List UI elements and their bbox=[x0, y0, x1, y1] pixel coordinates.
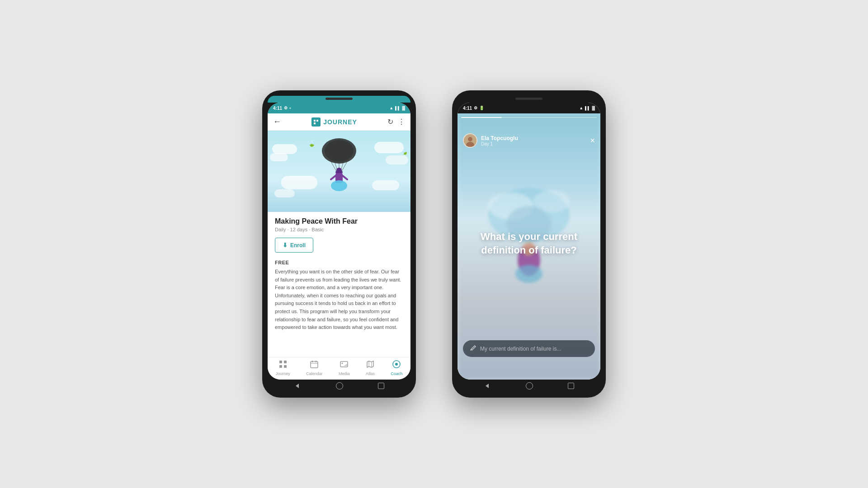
cloud-6 bbox=[372, 180, 399, 190]
enroll-button[interactable]: ⬇ Enroll bbox=[275, 238, 313, 253]
phone-1-status-bar: 4:11 ⚙ ● ▲ ▌▌ ▓ bbox=[268, 103, 410, 113]
svg-line-13 bbox=[331, 176, 335, 179]
course-description: Everything you want is on the other side… bbox=[275, 268, 403, 332]
svg-point-4 bbox=[325, 140, 354, 162]
journey-logo-icon bbox=[311, 117, 321, 127]
dot-icon: ● bbox=[289, 107, 291, 109]
phone-1: 4:11 ⚙ ● ▲ ▌▌ ▓ ← JOURNEY ↻ ⋮ bbox=[262, 90, 416, 398]
recent-button-android-2[interactable] bbox=[568, 383, 574, 389]
app-title-area: JOURNEY bbox=[311, 117, 357, 127]
nav-atlas[interactable]: Atlas bbox=[366, 360, 375, 376]
leaf-2: 🍃 bbox=[401, 148, 409, 155]
battery-icon-2: ▓ bbox=[592, 106, 595, 110]
wifi-icon: ▲ bbox=[389, 106, 393, 110]
svg-rect-1 bbox=[316, 120, 318, 122]
story-input-placeholder[interactable]: My current definition of failure is... bbox=[480, 346, 561, 352]
home-button-android-2[interactable] bbox=[526, 382, 533, 389]
story-header: Ela Topcuoglu Day 1 × bbox=[458, 130, 600, 151]
phone-1-top bbox=[268, 96, 410, 103]
signal-icon: ▌▌ bbox=[395, 106, 400, 110]
story-progress-fill bbox=[461, 117, 502, 118]
nav-calendar[interactable]: Calendar bbox=[306, 360, 323, 376]
refresh-icon[interactable]: ↻ bbox=[387, 117, 393, 126]
journey-nav-label: Journey bbox=[276, 371, 290, 376]
story-close-button[interactable]: × bbox=[590, 136, 595, 145]
phone-2-screen: 4:11 ⚙ 🔋 ▲ ▌▌ ▓ bbox=[458, 103, 600, 380]
story-user-text: Ela Topcuoglu Day 1 bbox=[481, 135, 518, 146]
svg-marker-26 bbox=[344, 364, 347, 366]
cloud-7 bbox=[274, 189, 295, 197]
status-right-2: ▲ ▌▌ ▓ bbox=[579, 106, 595, 110]
nav-media[interactable]: Media bbox=[339, 360, 350, 376]
svg-point-38 bbox=[515, 265, 542, 283]
menu-icon[interactable]: ⋮ bbox=[398, 117, 405, 126]
battery-icon: ▓ bbox=[402, 106, 405, 110]
content-area: Making Peace With Fear Daily · 12 days ·… bbox=[268, 212, 410, 357]
course-title: Making Peace With Fear bbox=[275, 217, 403, 225]
settings-icon: ⚙ bbox=[284, 106, 288, 110]
svg-point-25 bbox=[342, 363, 343, 364]
nav-coach[interactable]: Coach bbox=[391, 360, 402, 376]
status-time: 4:11 bbox=[273, 106, 282, 111]
pencil-icon bbox=[470, 345, 476, 352]
svg-line-14 bbox=[343, 176, 347, 179]
home-button-android[interactable] bbox=[336, 382, 343, 389]
svg-point-30 bbox=[395, 363, 398, 366]
back-button-android[interactable] bbox=[294, 382, 301, 389]
calendar-nav-icon bbox=[310, 360, 318, 371]
svg-rect-0 bbox=[314, 120, 316, 122]
atlas-nav-icon bbox=[366, 360, 374, 371]
story-input-area[interactable]: My current definition of failure is... bbox=[463, 340, 595, 357]
story-question-text: What is your current definition of failu… bbox=[479, 230, 579, 258]
cloud-5 bbox=[281, 176, 317, 189]
content-scroll: 🍃 🍃 Making Peace With Fear Daily · 12 da… bbox=[268, 131, 410, 357]
cloud-1 bbox=[272, 144, 297, 154]
svg-rect-16 bbox=[279, 361, 282, 363]
parachute-illustration bbox=[314, 135, 364, 207]
story-screen: Ela Topcuoglu Day 1 × What is your curre… bbox=[458, 113, 600, 380]
phone-2: 4:11 ⚙ 🔋 ▲ ▌▌ ▓ bbox=[452, 90, 606, 398]
settings-icon-2: ⚙ bbox=[474, 106, 477, 110]
svg-rect-18 bbox=[279, 365, 282, 368]
battery-status-icon: 🔋 bbox=[479, 106, 484, 110]
enroll-label: Enroll bbox=[290, 242, 306, 249]
journey-nav-icon bbox=[279, 360, 287, 371]
topbar-actions: ↻ ⋮ bbox=[387, 117, 405, 126]
coach-nav-icon bbox=[392, 360, 401, 371]
status-right: ▲ ▌▌ ▓ bbox=[389, 106, 405, 110]
app-topbar: ← JOURNEY ↻ ⋮ bbox=[268, 113, 410, 131]
bottom-nav: Journey Calendar Media Atlas bbox=[268, 357, 410, 380]
svg-rect-11 bbox=[336, 168, 342, 173]
story-avatar bbox=[463, 133, 477, 148]
phone-2-status-bar: 4:11 ⚙ 🔋 ▲ ▌▌ ▓ bbox=[458, 103, 600, 113]
svg-rect-17 bbox=[284, 361, 287, 363]
svg-marker-43 bbox=[486, 384, 489, 388]
speaker bbox=[326, 98, 353, 100]
story-input-bar[interactable]: My current definition of failure is... bbox=[463, 340, 595, 357]
enroll-icon: ⬇ bbox=[283, 242, 288, 249]
story-username: Ela Topcuoglu bbox=[481, 135, 518, 141]
svg-rect-2 bbox=[314, 122, 316, 124]
back-button-android-2[interactable] bbox=[484, 382, 491, 389]
phone-1-screen: 4:11 ⚙ ● ▲ ▌▌ ▓ ← JOURNEY ↻ ⋮ bbox=[268, 103, 410, 380]
svg-rect-19 bbox=[284, 365, 287, 368]
phone-2-android-nav bbox=[458, 380, 600, 392]
recent-button-android[interactable] bbox=[378, 383, 384, 389]
calendar-nav-label: Calendar bbox=[306, 371, 323, 376]
wifi-icon-2: ▲ bbox=[579, 106, 583, 110]
status-left: 4:11 ⚙ ● bbox=[273, 106, 291, 111]
story-day: Day 1 bbox=[481, 141, 518, 146]
nav-journey[interactable]: Journey bbox=[276, 360, 290, 376]
coach-nav-label: Coach bbox=[391, 371, 402, 376]
phone-1-android-nav bbox=[268, 380, 410, 392]
signal-icon-2: ▌▌ bbox=[585, 106, 590, 110]
course-meta: Daily · 12 days · Basic bbox=[275, 227, 403, 232]
svg-marker-31 bbox=[296, 384, 299, 388]
story-progress-bar bbox=[461, 117, 597, 118]
svg-line-42 bbox=[471, 349, 471, 351]
speaker-2 bbox=[515, 98, 542, 100]
app-title: JOURNEY bbox=[323, 118, 357, 126]
media-nav-icon bbox=[340, 360, 348, 371]
atlas-nav-label: Atlas bbox=[366, 371, 375, 376]
back-button[interactable]: ← bbox=[273, 117, 281, 127]
